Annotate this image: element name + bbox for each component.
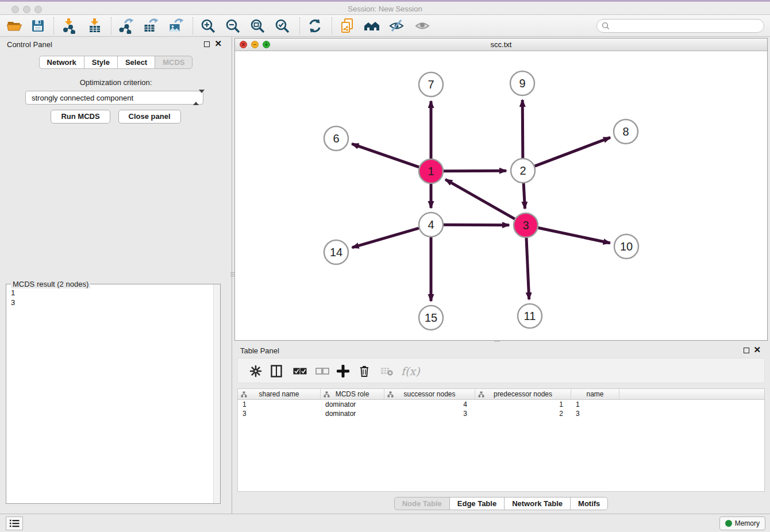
graph-node-14[interactable]: 14 <box>324 240 348 264</box>
network-view-window: × − + scc.txt 7968124314101511 <box>234 38 768 341</box>
graph-node-9[interactable]: 9 <box>510 71 534 95</box>
result-scrollbar[interactable] <box>213 284 220 503</box>
float-panel-icon[interactable] <box>204 41 210 47</box>
vertical-split-grip[interactable] <box>230 269 234 279</box>
graph-node-3[interactable]: 3 <box>514 213 538 237</box>
save-session-button[interactable] <box>28 17 48 35</box>
tab-network-table[interactable]: Network Table <box>504 497 571 510</box>
graph-node-7[interactable]: 7 <box>419 72 443 97</box>
first-neighbors-button[interactable] <box>362 17 382 35</box>
mcds-result-text[interactable]: 1 3 <box>6 286 213 503</box>
table-row[interactable]: 1dominator411 <box>238 400 764 409</box>
column-header[interactable]: successor nodes <box>384 389 475 400</box>
graph-edge-3-11[interactable] <box>526 238 529 299</box>
tab-style[interactable]: Style <box>84 56 118 69</box>
delete-column-button[interactable] <box>359 363 370 379</box>
graph-edge-2-9[interactable] <box>522 100 523 158</box>
import-table-button[interactable] <box>85 17 105 35</box>
table-cell[interactable]: 4 <box>384 400 475 409</box>
zoom-fit-button[interactable] <box>248 17 267 35</box>
column-header[interactable]: predecessor nodes <box>475 389 571 400</box>
graph-node-8[interactable]: 8 <box>614 119 638 144</box>
graph-edge-4-3[interactable] <box>444 225 509 225</box>
svg-text:4: 4 <box>428 218 434 231</box>
graph-node-15[interactable]: 15 <box>419 306 443 330</box>
svg-text:9: 9 <box>519 77 525 90</box>
graph-node-2[interactable]: 2 <box>511 159 535 183</box>
export-network-button[interactable] <box>116 17 135 35</box>
table-cell[interactable]: 3 <box>384 409 475 418</box>
export-table-button[interactable] <box>140 17 160 35</box>
column-type-icon <box>324 391 330 398</box>
tab-select[interactable]: Select <box>117 56 155 69</box>
close-panel-button[interactable]: Close panel <box>118 110 181 124</box>
table-cell[interactable]: 1 <box>475 400 571 409</box>
import-network-icon <box>61 18 77 34</box>
network-canvas[interactable]: 7968124314101511 <box>235 51 767 340</box>
select-stepper-icon <box>193 93 199 102</box>
zoom-fit-icon <box>249 18 265 34</box>
hide-graphics-details-button[interactable] <box>387 17 406 35</box>
table-toolbar: f(x) <box>237 358 765 383</box>
function-builder-button[interactable]: f(x) <box>401 363 420 379</box>
graph-edge-1-2[interactable] <box>444 171 506 171</box>
graph-edge-2-8[interactable] <box>535 137 610 166</box>
memory-button[interactable]: Memory <box>719 516 765 530</box>
table-cell[interactable]: dominator <box>321 409 384 418</box>
graph-node-11[interactable]: 11 <box>518 304 542 328</box>
export-image-button[interactable] <box>165 17 185 35</box>
column-header[interactable]: MCDS role <box>321 389 384 400</box>
graph-node-10[interactable]: 10 <box>614 234 638 259</box>
tab-motifs[interactable]: Motifs <box>570 497 608 510</box>
tab-edge-table[interactable]: Edge Table <box>449 497 505 510</box>
svg-text:7: 7 <box>428 78 434 91</box>
close-panel-icon[interactable]: ✕ <box>214 38 222 49</box>
graph-edge-4-14[interactable] <box>352 228 419 248</box>
select-all-button[interactable] <box>293 363 307 379</box>
show-columns-button[interactable] <box>271 363 282 379</box>
svg-text:3: 3 <box>522 219 529 232</box>
show-graphics-details-button[interactable] <box>413 17 432 35</box>
tab-mcds[interactable]: MCDS <box>155 56 192 69</box>
table-cell[interactable]: 1 <box>571 400 619 409</box>
column-type-icon <box>387 391 394 398</box>
task-history-button[interactable] <box>6 516 23 530</box>
table-cell[interactable]: 3 <box>571 409 619 418</box>
network-window-title: scc.txt <box>235 40 767 49</box>
graph-edge-3-1[interactable] <box>445 179 515 219</box>
deselect-all-button[interactable] <box>315 363 329 379</box>
tab-network[interactable]: Network <box>39 56 84 69</box>
copy-network-view-button[interactable] <box>337 17 357 35</box>
table-settings-button[interactable] <box>249 363 262 379</box>
graph-node-1[interactable]: 1 <box>419 159 443 183</box>
zoom-selected-button[interactable] <box>272 17 292 35</box>
add-column-button[interactable] <box>337 363 349 379</box>
graph-edge-2-3[interactable] <box>523 183 525 209</box>
close-panel-icon[interactable]: ✕ <box>753 345 761 355</box>
column-header[interactable]: name <box>571 389 619 400</box>
graph-edge-3-10[interactable] <box>538 228 610 243</box>
import-network-button[interactable] <box>59 17 79 35</box>
search-input[interactable] <box>612 22 764 30</box>
table-cell[interactable]: 3 <box>238 409 321 418</box>
column-header[interactable]: shared name <box>238 389 321 400</box>
float-panel-icon[interactable] <box>744 348 749 353</box>
run-mcds-button[interactable]: Run MCDS <box>51 110 110 124</box>
table-cell[interactable]: 1 <box>238 400 321 409</box>
table-row[interactable]: 3dominator323 <box>238 409 764 418</box>
toolbar-separator <box>111 17 111 34</box>
apply-layout-button[interactable] <box>305 17 325 35</box>
table-cell[interactable]: 2 <box>475 409 571 418</box>
network-window-titlebar[interactable]: × − + scc.txt <box>235 38 767 51</box>
graph-node-4[interactable]: 4 <box>419 213 443 237</box>
graph-node-6[interactable]: 6 <box>324 126 348 151</box>
graph-edge-1-6[interactable] <box>352 144 419 167</box>
open-session-button[interactable] <box>4 17 24 35</box>
zoom-in-button[interactable] <box>198 17 218 35</box>
table-cell[interactable]: dominator <box>321 400 384 409</box>
zoom-out-button[interactable] <box>223 17 242 35</box>
delete-table-button[interactable] <box>380 363 393 379</box>
criterion-select[interactable]: strongly connected component <box>25 91 203 105</box>
tab-node-table[interactable]: Node Table <box>394 497 450 510</box>
node-table: shared nameMCDS rolesuccessor nodesprede… <box>237 388 765 492</box>
